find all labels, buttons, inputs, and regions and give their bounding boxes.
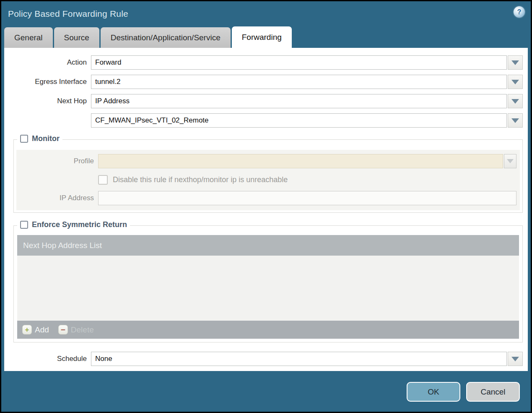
- next-hop-type-input[interactable]: [91, 94, 507, 108]
- dialog-titlebar: Policy Based Forwarding Rule ?: [1, 1, 531, 26]
- next-hop-label: Next Hop: [4, 97, 87, 105]
- next-hop-field: [91, 94, 523, 108]
- egress-interface-row: Egress Interface: [4, 75, 523, 89]
- profile-field: [98, 154, 516, 168]
- monitor-checkbox[interactable]: [20, 135, 28, 143]
- egress-interface-dropdown-button[interactable]: [508, 75, 523, 89]
- dropdown-arrow-icon: [507, 159, 514, 163]
- disable-rule-label: Disable this rule if nexthop/monitor ip …: [113, 175, 288, 184]
- profile-label: Profile: [16, 157, 94, 165]
- schedule-input[interactable]: [91, 352, 507, 366]
- help-button[interactable]: ?: [514, 6, 525, 18]
- next-hop-dropdown-button[interactable]: [508, 94, 523, 108]
- delete-button-label: Delete: [71, 325, 94, 335]
- dialog-footer: OK Cancel: [1, 371, 531, 412]
- monitor-ip-address-input: [98, 191, 516, 205]
- dialog-title: Policy Based Forwarding Rule: [8, 9, 128, 19]
- tab-bar: General Source Destination/Application/S…: [1, 26, 531, 48]
- profile-dropdown-button: [504, 154, 516, 168]
- next-hop-address-input[interactable]: [91, 113, 507, 128]
- schedule-field: [91, 352, 523, 366]
- action-field: [91, 55, 523, 70]
- tab-forwarding[interactable]: Forwarding: [232, 26, 292, 48]
- profile-row: Profile: [16, 154, 516, 168]
- monitor-ip-address-row: IP Address: [16, 191, 516, 205]
- dropdown-arrow-icon: [511, 99, 519, 104]
- monitor-body: Profile Disable this rule if nexthop/mon…: [16, 150, 520, 210]
- monitor-ip-address-field: [98, 191, 516, 205]
- egress-interface-input[interactable]: [91, 75, 507, 89]
- tab-general[interactable]: General: [4, 27, 53, 48]
- enforce-symmetric-return-checkbox[interactable]: [20, 221, 28, 229]
- dropdown-arrow-icon: [511, 80, 519, 84]
- dropdown-arrow-icon: [511, 118, 519, 123]
- dropdown-arrow-icon: [511, 60, 519, 65]
- next-hop-row: Next Hop: [4, 94, 523, 108]
- symmetric-return-group: Enforce Symmetric Return Next Hop Addres…: [13, 225, 523, 342]
- ok-button[interactable]: OK: [407, 382, 460, 402]
- disable-rule-checkbox: [98, 175, 108, 185]
- monitor-group-title: Monitor: [32, 134, 60, 143]
- delete-button: − Delete: [58, 325, 94, 335]
- action-dropdown-button[interactable]: [508, 55, 523, 70]
- next-hop-address-list-header: Next Hop Address List: [17, 235, 519, 256]
- symmetric-return-group-title: Enforce Symmetric Return: [32, 220, 127, 229]
- egress-interface-field: [91, 75, 523, 89]
- dropdown-arrow-icon: [511, 357, 519, 361]
- monitor-legend: Monitor: [17, 134, 62, 143]
- disable-rule-row: Disable this rule if nexthop/monitor ip …: [98, 174, 516, 185]
- add-button-label: Add: [35, 325, 49, 335]
- tab-destination-application-service[interactable]: Destination/Application/Service: [101, 27, 231, 48]
- schedule-label: Schedule: [4, 355, 87, 363]
- next-hop-address-list-body[interactable]: [17, 256, 519, 321]
- next-hop-address-list-table: Next Hop Address List + Add − Delete: [17, 235, 519, 339]
- profile-input: [98, 154, 503, 168]
- add-button[interactable]: + Add: [22, 325, 49, 335]
- next-hop-address-dropdown-button[interactable]: [508, 113, 523, 128]
- monitor-group: Monitor Profile Disable this rule if nex…: [13, 139, 523, 213]
- next-hop-address-field: [91, 113, 523, 128]
- add-icon: +: [22, 325, 32, 335]
- action-row: Action: [4, 55, 523, 70]
- action-input[interactable]: [91, 55, 507, 70]
- forwarding-tab-panel: Action Egress Interface Next Hop: [4, 48, 528, 371]
- cancel-button[interactable]: Cancel: [466, 382, 520, 402]
- help-icon: ?: [517, 9, 522, 16]
- egress-interface-label: Egress Interface: [4, 78, 87, 86]
- schedule-dropdown-button[interactable]: [508, 352, 523, 366]
- action-label: Action: [4, 58, 87, 67]
- dialog-frame: Policy Based Forwarding Rule ? General S…: [1, 1, 531, 412]
- symmetric-return-legend: Enforce Symmetric Return: [17, 220, 130, 229]
- tab-source[interactable]: Source: [54, 27, 99, 48]
- monitor-ip-address-label: IP Address: [16, 194, 94, 202]
- delete-icon: −: [58, 325, 68, 335]
- schedule-row: Schedule: [4, 352, 523, 366]
- next-hop-address-list-toolbar: + Add − Delete: [17, 321, 519, 339]
- next-hop-address-row: [4, 113, 523, 128]
